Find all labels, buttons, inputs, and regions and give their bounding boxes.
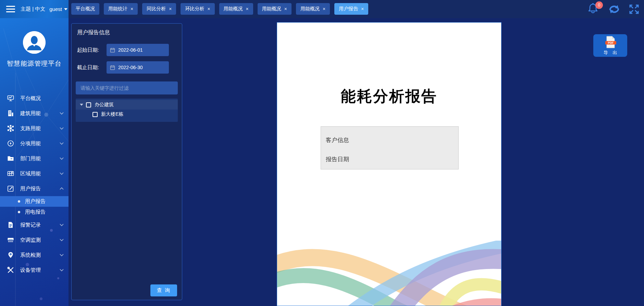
chevron-up-icon bbox=[60, 187, 64, 190]
map-grid-icon bbox=[7, 170, 14, 177]
user-avatar[interactable] bbox=[23, 31, 46, 54]
sidebar-item-department-energy[interactable]: 部门用能 bbox=[0, 151, 69, 166]
chevron-down-icon bbox=[60, 254, 64, 256]
tree-node-office-building[interactable]: 办公建筑 bbox=[76, 100, 178, 110]
branch-network-icon bbox=[7, 125, 14, 132]
sidebar-item-label: 平台概况 bbox=[20, 95, 41, 102]
sidebar-item-subitem-energy[interactable]: 分项用能 bbox=[0, 136, 69, 151]
calendar-icon bbox=[110, 48, 115, 53]
notification-bell-icon[interactable]: 0 bbox=[588, 2, 599, 16]
sidebar-item-label: 支路用能 bbox=[20, 125, 41, 132]
tab-close-icon[interactable]: × bbox=[284, 6, 287, 12]
caret-down-icon bbox=[64, 8, 67, 10]
ac-unit-icon bbox=[7, 236, 14, 244]
end-date-label: 截止日期: bbox=[77, 64, 107, 71]
sidebar-item-platform-overview[interactable]: 平台概况 bbox=[0, 91, 69, 106]
tab-yoy-analysis[interactable]: 同比分析× bbox=[142, 3, 176, 15]
export-label: 导 出 bbox=[604, 50, 619, 56]
tree-checkbox[interactable] bbox=[92, 112, 98, 117]
tab-user-report[interactable]: 用户报告× bbox=[334, 3, 368, 15]
sidebar-item-system-detection[interactable]: 系统检测 bbox=[0, 247, 69, 263]
chevron-down-icon bbox=[60, 112, 64, 115]
chevron-down-icon bbox=[60, 127, 64, 130]
folder-icon bbox=[7, 155, 14, 162]
sidebar-item-label: 分项用能 bbox=[20, 140, 41, 147]
theme-language-switch[interactable]: 主题 | 中文 bbox=[21, 6, 45, 12]
platform-title: 智慧能源管理平台 bbox=[0, 59, 69, 68]
sidebar-item-alarm-records[interactable]: 报警记录 bbox=[0, 217, 69, 232]
chevron-down-icon bbox=[60, 224, 64, 226]
user-name: guest bbox=[49, 6, 62, 12]
start-date-input[interactable] bbox=[118, 47, 156, 53]
notification-count-badge: 0 bbox=[595, 1, 603, 9]
tree-expander-icon[interactable] bbox=[80, 104, 83, 106]
query-button[interactable]: 查 询 bbox=[150, 284, 177, 296]
tab-energy-statistics[interactable]: 用能统计× bbox=[104, 3, 138, 15]
hamburger-menu-icon[interactable] bbox=[6, 4, 15, 14]
tab-close-icon[interactable]: × bbox=[323, 6, 325, 12]
tab-close-icon[interactable]: × bbox=[361, 6, 364, 12]
building-icon bbox=[7, 110, 14, 117]
chevron-down-icon bbox=[60, 239, 64, 241]
sidebar-item-area-energy[interactable]: 区域用能 bbox=[0, 166, 69, 181]
tab-mom-analysis[interactable]: 环比分析× bbox=[181, 3, 214, 15]
chevron-down-icon bbox=[60, 157, 64, 160]
sidebar: 智慧能源管理平台 平台概况 建筑用能 支路用能 bbox=[0, 18, 69, 306]
tab-close-icon[interactable]: × bbox=[169, 6, 172, 12]
sidebar-menu: 平台概况 建筑用能 支路用能 分项用能 bbox=[0, 91, 69, 278]
tab-close-icon[interactable]: × bbox=[131, 6, 133, 12]
end-date-picker[interactable] bbox=[107, 61, 169, 74]
tab-close-icon[interactable]: × bbox=[246, 6, 249, 12]
tab-energy-overview-2[interactable]: 用能概况× bbox=[258, 3, 292, 15]
sidebar-item-label: 用户报告 bbox=[20, 186, 41, 192]
tab-energy-overview-3[interactable]: 用能概况× bbox=[296, 3, 330, 15]
report-date-label: 报告日期 bbox=[326, 155, 454, 163]
tab-platform-overview[interactable]: 平台概况 bbox=[71, 3, 99, 15]
calendar-icon bbox=[110, 65, 115, 70]
sidebar-item-label: 系统检测 bbox=[20, 252, 41, 258]
svg-text:PDF: PDF bbox=[608, 41, 614, 44]
keyword-filter-input[interactable] bbox=[76, 81, 178, 94]
end-date-input[interactable] bbox=[118, 65, 156, 70]
sidebar-item-label: 区域用能 bbox=[20, 170, 41, 177]
monitor-icon bbox=[7, 94, 14, 102]
report-title: 能耗分析报告 bbox=[277, 86, 501, 106]
sidebar-item-hvac-monitoring[interactable]: 空调监测 bbox=[0, 232, 69, 247]
energy-circle-icon bbox=[7, 140, 14, 147]
building-tree: 办公建筑 新大楼E栋 bbox=[76, 99, 178, 122]
tab-energy-overview-1[interactable]: 用能概况× bbox=[219, 3, 253, 15]
sidebar-item-label: 报警记录 bbox=[20, 222, 41, 228]
sidebar-subitem-user-report[interactable]: 用户报告 bbox=[0, 196, 69, 207]
tree-checkbox[interactable] bbox=[86, 102, 91, 107]
tab-close-icon[interactable]: × bbox=[207, 6, 210, 12]
user-dropdown[interactable]: guest bbox=[49, 6, 67, 12]
tab-bar: 平台概况 用能统计× 同比分析× 环比分析× 用能概况× 用能概况× 用能概况×… bbox=[71, 3, 368, 15]
bullet-icon bbox=[18, 200, 20, 203]
sidebar-item-building-energy[interactable]: 建筑用能 bbox=[0, 106, 69, 121]
sidebar-item-label: 建筑用能 bbox=[20, 110, 41, 117]
sidebar-subitem-electricity-report[interactable]: 用电报告 bbox=[0, 207, 69, 217]
refresh-icon[interactable] bbox=[608, 4, 620, 14]
fullscreen-icon[interactable] bbox=[629, 4, 639, 14]
sidebar-item-branch-energy[interactable]: 支路用能 bbox=[0, 121, 69, 136]
export-pdf-button[interactable]: PDF 导 出 bbox=[593, 34, 627, 57]
location-pin-icon bbox=[7, 251, 14, 259]
sidebar-item-user-report[interactable]: 用户报告 bbox=[0, 181, 69, 196]
start-date-picker[interactable] bbox=[107, 44, 169, 56]
report-info-box: 客户信息 报告日期 bbox=[321, 126, 459, 169]
panel-title: 用户报告信息 bbox=[77, 29, 178, 36]
sidebar-subitem-label: 用户报告 bbox=[25, 198, 46, 205]
chevron-down-icon bbox=[60, 172, 64, 175]
chevron-down-icon bbox=[60, 269, 64, 271]
document-icon bbox=[7, 221, 14, 229]
edit-icon bbox=[7, 185, 14, 192]
start-date-label: 起始日期: bbox=[77, 47, 107, 53]
sidebar-subitem-label: 用电报告 bbox=[25, 209, 46, 215]
topbar-left-section: 主题 | 中文 guest bbox=[0, 0, 69, 18]
sidebar-item-label: 部门用能 bbox=[20, 155, 41, 162]
sidebar-item-device-management[interactable]: 设备管理 bbox=[0, 263, 69, 278]
topbar-icon-cluster: 0 bbox=[588, 0, 639, 18]
tree-node-new-building-e[interactable]: 新大楼E栋 bbox=[76, 110, 178, 119]
bullet-icon bbox=[18, 211, 20, 213]
tools-icon bbox=[7, 266, 14, 274]
